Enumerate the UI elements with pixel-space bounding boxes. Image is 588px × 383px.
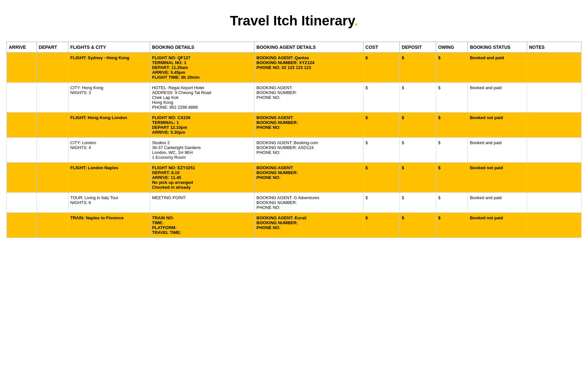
cell-notes: [527, 213, 581, 238]
cell-cost: $: [363, 213, 400, 238]
header-arrive: ARRIVE: [7, 42, 37, 53]
cell-depart: [36, 113, 68, 138]
cell-depart: [36, 53, 68, 83]
cell-owing: $: [436, 138, 468, 163]
cell-booking_agent: BOOKING AGENT:BOOKING NUMBER:PHONE NO:: [254, 163, 364, 193]
cell-booking_details: Studios 236-37 Cartwright GardensLondon,…: [150, 138, 254, 163]
cell-booking_details: TRAIN NO:TIME:PLATFORM:TRAVEL TIME:: [150, 213, 254, 238]
cell-booking_details: MEETING POINT:: [150, 193, 254, 213]
cell-notes: [527, 193, 581, 213]
table-row: FLIGHT: Hong Kong LondonFLIGHT NO: CX239…: [7, 113, 581, 138]
header-depart: DEPART: [36, 42, 68, 53]
cell-deposit: $: [400, 163, 436, 193]
cell-owing: $: [436, 163, 468, 193]
cell-booking_agent: BOOKING AGENT: QantasBOOKING NUMBER: XYZ…: [254, 53, 364, 83]
cell-status: Booked and paid: [468, 53, 527, 83]
cell-cost: $: [363, 113, 400, 138]
cell-arrive: [7, 138, 37, 163]
header-booking-agent: BOOKING AGENT DETAILS: [254, 42, 364, 53]
cell-status: Booked not paid: [468, 113, 527, 138]
table-row: CITY: LondonNIGHTS: 4Studios 236-37 Cart…: [7, 138, 581, 163]
cell-status: Booked and paid: [468, 83, 527, 113]
table-row: CITY: Hong KongNIGHTS: 3HOTEL: Regal Air…: [7, 83, 581, 113]
header-flights: FLIGHTS & CITY: [68, 42, 150, 53]
cell-arrive: [7, 193, 37, 213]
cell-owing: $: [436, 113, 468, 138]
cell-status: Booked not paid: [468, 213, 527, 238]
cell-cost: $: [363, 83, 400, 113]
cell-notes: [527, 83, 581, 113]
cell-booking_agent: BOOKING AGENT:BOOKING NUMBER:PHONE NO:: [254, 83, 364, 113]
cell-depart: [36, 163, 68, 193]
cell-flights: CITY: LondonNIGHTS: 4: [68, 138, 150, 163]
cell-booking_details: FLIGHT NO: CX239TERMINAL: 1DEPART 12.10p…: [150, 113, 254, 138]
cell-depart: [36, 193, 68, 213]
cell-notes: [527, 113, 581, 138]
cell-booking_details: HOTEL: Regal Airport HotelADDRESS: 9 Che…: [150, 83, 254, 113]
cell-notes: [527, 163, 581, 193]
header-status: BOOKING STATUS: [468, 42, 527, 53]
cell-arrive: [7, 113, 37, 138]
table-row: FLIGHT: London NaplesFLIGHT NO: EZY3251D…: [7, 163, 581, 193]
table-row: FLIGHT: Sydney - Hong KongFLIGHT NO: QF1…: [7, 53, 581, 83]
cell-booking_details: FLIGHT NO: QF127TERMINAL NO: 1DEPART: 11…: [150, 53, 254, 83]
cell-notes: [527, 138, 581, 163]
cell-deposit: $: [400, 83, 436, 113]
table-row: TOUR: Living in Italy TourNIGHTS: 6MEETI…: [7, 193, 581, 213]
cell-deposit: $: [400, 138, 436, 163]
cell-status: Booked and paid: [468, 138, 527, 163]
header-booking-details: BOOKING DETAILS: [150, 42, 254, 53]
cell-owing: $: [436, 193, 468, 213]
cell-notes: [527, 53, 581, 83]
cell-deposit: $: [400, 53, 436, 83]
cell-owing: $: [436, 83, 468, 113]
cell-booking_agent: BOOKING AGENT: G AdventuresBOOKING NUMBE…: [254, 193, 364, 213]
cell-owing: $: [436, 53, 468, 83]
table-row: TRAIN: Naples to FlorenceTRAIN NO:TIME:P…: [7, 213, 581, 238]
cell-depart: [36, 83, 68, 113]
cell-booking_details: FLIGHT NO: EZY3251DEPART: 8.10ARRIVE: 11…: [150, 163, 254, 193]
cell-booking_agent: BOOKING AGENT: Booking.comBOOKING NUMBER…: [254, 138, 364, 163]
header-cost: COST: [363, 42, 400, 53]
cell-arrive: [7, 53, 37, 83]
header-notes: NOTES: [527, 42, 581, 53]
table-body: FLIGHT: Sydney - Hong KongFLIGHT NO: QF1…: [7, 53, 581, 238]
cell-flights: TRAIN: Naples to Florence: [68, 213, 150, 238]
cell-flights: FLIGHT: Sydney - Hong Kong: [68, 53, 150, 83]
cell-arrive: [7, 83, 37, 113]
cell-cost: $: [363, 193, 400, 213]
cell-booking_agent: BOOKING AGENT: EurailBOOKING NUMBER:PHON…: [254, 213, 364, 238]
itinerary-table: ARRIVE DEPART FLIGHTS & CITY BOOKING DET…: [7, 42, 581, 238]
cell-depart: [36, 213, 68, 238]
table-header-row: ARRIVE DEPART FLIGHTS & CITY BOOKING DET…: [7, 42, 581, 53]
cell-deposit: $: [400, 113, 436, 138]
header-deposit: DEPOSIT: [400, 42, 436, 53]
cell-flights: TOUR: Living in Italy TourNIGHTS: 6: [68, 193, 150, 213]
cell-flights: FLIGHT: Hong Kong London: [68, 113, 150, 138]
cell-booking_agent: BOOKING AGENT:BOOKING NUMBER:PHONE NO:: [254, 113, 364, 138]
cell-deposit: $: [400, 213, 436, 238]
title-dot: .: [354, 13, 358, 28]
title-text: Travel Itch Itinerary: [230, 13, 354, 28]
cell-deposit: $: [400, 193, 436, 213]
cell-status: Booked not paid: [468, 163, 527, 193]
cell-flights: CITY: Hong KongNIGHTS: 3: [68, 83, 150, 113]
cell-cost: $: [363, 163, 400, 193]
header-owing: OWING: [436, 42, 468, 53]
cell-arrive: [7, 163, 37, 193]
cell-arrive: [7, 213, 37, 238]
cell-owing: $: [436, 213, 468, 238]
cell-cost: $: [363, 138, 400, 163]
cell-depart: [36, 138, 68, 163]
cell-cost: $: [363, 53, 400, 83]
cell-status: Booked and paid: [468, 193, 527, 213]
cell-flights: FLIGHT: London Naples: [68, 163, 150, 193]
page-title: Travel Itch Itinerary.: [7, 7, 581, 32]
